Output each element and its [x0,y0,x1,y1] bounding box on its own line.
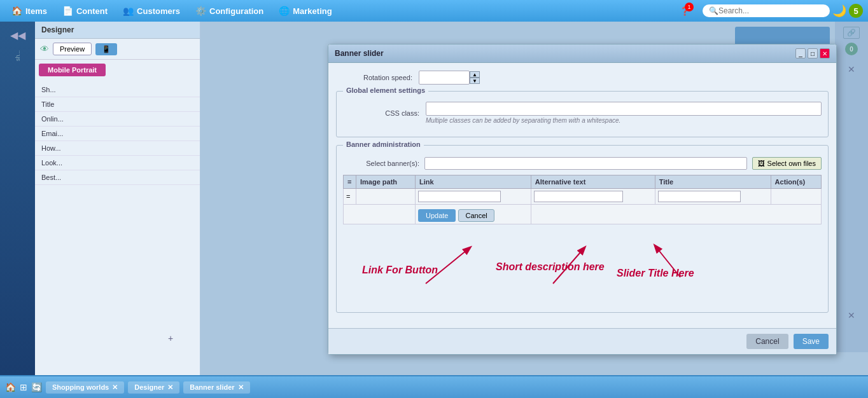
table-header-alt: Alternative text [531,175,655,189]
designer-header: Designer [35,22,200,39]
eye-icon[interactable]: 👁 [40,44,49,54]
designer-item-5[interactable]: Look... [35,156,200,170]
taskbar-tab-designer[interactable]: Designer ✕ [128,381,179,394]
preview-button[interactable]: Preview [53,43,92,55]
modal-cancel-button[interactable]: Cancel [746,334,788,349]
sidebar: ◀◀ sh... [0,22,35,375]
designer-item-1[interactable]: Title [35,97,200,112]
inline-action-buttons: Update Cancel [418,209,528,222]
select-own-files-button[interactable]: 🖼 Select own files [752,157,822,170]
update-button[interactable]: Update [418,209,456,222]
search-input[interactable] [718,6,823,15]
taskbar-home-icon[interactable]: 🏠 [5,382,16,392]
nav-content-label: Content [76,6,108,16]
rotation-speed-input[interactable]: 5000 [419,71,470,85]
title-input[interactable]: Haupttitel hier [658,191,741,202]
moon-icon[interactable]: 🌙 [832,4,846,18]
link-input[interactable]: www.example.com [418,191,501,202]
banner-select-row: Select banner(s): 🖼 Select own files [343,157,822,170]
alt-text-input[interactable]: Beschreibungstext hier [534,191,623,202]
nav-item-customers[interactable]: 👥 Customers [116,3,186,18]
add-element-icon[interactable]: + [165,331,176,346]
designer-items-list: Sh... Title Onlin... Emai... How... Look… [35,80,200,188]
table-empty-cell-2 [531,205,821,224]
banner-select-input[interactable] [424,157,747,170]
table-cell-drag: = [344,189,356,205]
config-icon: ⚙️ [195,6,206,16]
banner-table: = Image path Link Alternative text Title… [343,175,822,224]
banner-admin-legend: Banner administration [343,141,424,148]
designer-panel: Designer 👁 Preview 📱 Mobile Portrait Sh.… [35,22,200,375]
designer-item-6[interactable]: Best... [35,170,200,185]
table-cell-link: www.example.com [415,189,531,205]
title-annotation: Slider Title Here [617,268,694,279]
nav-item-content[interactable]: 📄 Content [56,3,114,18]
css-class-label: CSS class: [343,109,419,117]
device-button[interactable]: 📱 [95,43,117,55]
table-cell-title: Haupttitel hier [655,189,771,205]
banner-slider-modal: Banner slider _ □ ✕ Rotation speed: 5000… [328,44,837,355]
nav-item-marketing[interactable]: 🌐 Marketing [272,3,338,18]
modal-title: Banner slider [335,49,384,58]
rotation-speed-label: Rotation speed: [336,74,412,81]
designer-item-3[interactable]: Emai... [35,127,200,141]
taskbar-tab-designer-close[interactable]: ✕ [167,383,173,392]
search-area: ❓ 1 🔍 [680,4,830,17]
taskbar-tab-banner-slider-label: Banner slider [190,383,234,391]
select-banners-label: Select banner(s): [343,160,419,167]
global-settings-section: Global element settings CSS class: Multi… [336,91,829,137]
items-icon: 🏠 [11,6,22,16]
nav-items-label: Items [25,6,47,16]
notification-badge: 1 [685,3,694,11]
nav-right-icons: 🌙 5 [832,4,863,18]
link-annotation: Link For Button [362,264,438,276]
spinner-down-button[interactable]: ▼ [470,78,480,84]
table-header-link: Link [415,175,531,189]
modal-header: Banner slider _ □ ✕ [328,45,836,63]
spinner-up-button[interactable]: ▲ [470,71,480,78]
taskbar-tab-banner-slider[interactable]: Banner slider ✕ [183,381,249,394]
designer-item-0[interactable]: Sh... [35,83,200,97]
desc-annotation: Short description here [496,261,605,273]
table-header-actions: Action(s) [771,175,821,189]
sidebar-collapse-icon[interactable]: ◀◀ [8,27,28,44]
annotation-area: Link For Button Short description here S… [343,230,822,306]
nav-customers-label: Customers [137,6,180,16]
spinner-buttons: ▲ ▼ [470,71,480,84]
css-class-row: CSS class: Multiple classes can be added… [343,102,822,124]
content-area: 🔗 0 ✕ ✕ Save shopping world Banner slide… [200,22,868,375]
taskbar-refresh-icon[interactable]: 🔄 [31,382,42,392]
modal-body: Rotation speed: 5000 ▲ ▼ Global element … [328,63,836,328]
banner-admin-section: Banner administration Select banner(s): … [336,145,829,313]
version-badge: 5 [849,4,863,18]
modal-close-button[interactable]: ✕ [820,48,830,58]
modal-maximize-button[interactable]: □ [808,48,818,58]
taskbar-tab-banner-slider-close[interactable]: ✕ [238,383,244,392]
taskbar-grid-icon[interactable]: ⊞ [20,382,27,392]
main-area: ◀◀ sh... Designer 👁 Preview 📱 Mobile Por… [0,22,868,375]
marketing-icon: 🌐 [279,6,290,16]
designer-title: Designer [41,25,74,34]
cancel-row-button[interactable]: Cancel [458,209,494,222]
designer-item-4[interactable]: How... [35,141,200,156]
search-box: 🔍 [703,4,830,17]
nav-marketing-label: Marketing [293,6,332,16]
search-icon: 🔍 [709,6,718,15]
table-header-drag: = [344,175,356,189]
content-icon: 📄 [62,6,73,16]
table-header-title: Title [655,175,771,189]
modal-save-button[interactable]: Save [794,334,829,349]
css-class-input[interactable] [426,102,822,116]
global-settings-legend: Global element settings [343,86,428,94]
taskbar-tab-shopping-worlds-close[interactable]: ✕ [112,383,118,392]
designer-item-2[interactable]: Onlin... [35,112,200,127]
nav-item-configuration[interactable]: ⚙️ Configuration [189,3,270,18]
taskbar-tab-shopping-worlds[interactable]: Shopping worlds ✕ [46,381,124,394]
table-row-buttons: Update Cancel [344,205,822,224]
folder-icon: 🖼 [758,160,765,167]
nav-item-items[interactable]: 🏠 Items [5,3,53,18]
modal-minimize-button[interactable]: _ [795,48,806,58]
rotation-speed-spinner: 5000 ▲ ▼ [419,71,480,85]
mobile-portrait-button[interactable]: Mobile Portrait [39,64,106,76]
modal-footer: Cancel Save [328,328,836,354]
